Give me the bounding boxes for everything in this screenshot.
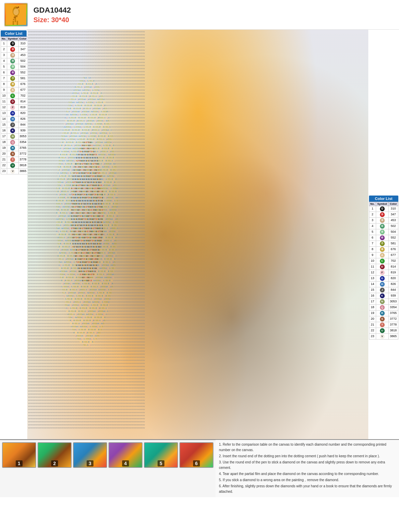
instruction-3: 3. Use the round end of the pen to stick… xyxy=(219,460,396,471)
thumbnail-num: 5 xyxy=(158,460,164,466)
color-symbol: D xyxy=(376,264,388,270)
color-code: 677 xyxy=(388,253,398,258)
color-no: 11 xyxy=(1,99,7,105)
color-row-15: 15J844 xyxy=(369,287,398,293)
product-thumbnail xyxy=(4,3,28,27)
color-row-6: 6⑥552 xyxy=(1,70,28,76)
color-no: 21 xyxy=(1,157,7,163)
color-no: 8 xyxy=(1,82,7,87)
thumbnail-2: 2 xyxy=(38,442,72,468)
color-code: 3778 xyxy=(388,322,398,328)
col-header-symbol: Symbol xyxy=(7,37,18,41)
color-row-11: 11D814 xyxy=(369,264,398,270)
color-no: 20 xyxy=(1,151,7,157)
color-code: 677 xyxy=(18,87,27,93)
color-row-13: 13G820 xyxy=(369,276,398,282)
svg-rect-3 xyxy=(13,21,14,25)
color-row-22: 22U3818 xyxy=(1,163,28,169)
col-header-no: No. xyxy=(1,37,7,41)
color-no: 4 xyxy=(1,58,7,64)
svg-point-7 xyxy=(16,7,18,9)
main-content: Color List No. Symbol Color 1①3102②3473③… xyxy=(0,30,399,439)
color-code: 820 xyxy=(18,111,27,116)
color-no: 15 xyxy=(369,287,376,293)
color-symbol: Q xyxy=(376,305,388,311)
color-row-8: 8⑧676 xyxy=(369,247,398,253)
color-code: 310 xyxy=(388,206,398,212)
color-table-left: No. Symbol Color 1①3102②3473③4534④5025⑤5… xyxy=(1,37,28,174)
color-symbol: ② xyxy=(376,212,388,218)
color-code: 826 xyxy=(388,282,398,287)
color-no: 14 xyxy=(1,116,7,122)
color-code: 453 xyxy=(18,53,27,58)
bottom-section: 123456 1. Refer to the comparison table … xyxy=(0,439,399,497)
color-symbol: R xyxy=(7,145,18,151)
color-code: 3765 xyxy=(388,311,398,316)
header: GDA10442 Size: 30*40 xyxy=(0,0,399,30)
color-no: 23 xyxy=(369,334,376,340)
color-symbol: ⑥ xyxy=(376,235,388,241)
color-row-17: 17N3053 xyxy=(1,134,28,140)
color-code: 552 xyxy=(388,235,398,241)
instruction-2: 2. Insert the round end of the dotting p… xyxy=(219,454,396,459)
color-code: 504 xyxy=(388,229,398,235)
color-symbol: ③ xyxy=(376,218,388,224)
thumbnail-num: 1 xyxy=(16,460,23,466)
color-symbol: A xyxy=(7,87,18,93)
color-row-3: 3③453 xyxy=(1,53,28,58)
product-info: GDA10442 Size: 30*40 xyxy=(33,6,71,24)
color-no: 3 xyxy=(369,218,376,224)
color-row-20: 20S3772 xyxy=(369,316,398,322)
color-symbol: V xyxy=(376,334,388,340)
color-no: 20 xyxy=(369,316,376,322)
color-symbol: H xyxy=(376,282,388,287)
color-code: 844 xyxy=(18,122,27,128)
color-symbol: U xyxy=(7,163,18,169)
color-row-6: 6⑥552 xyxy=(369,235,398,241)
color-symbol: N xyxy=(7,134,18,140)
color-row-12: 12F819 xyxy=(369,270,398,276)
color-code: 939 xyxy=(388,293,398,299)
color-row-14: 14H826 xyxy=(1,116,28,122)
color-no: 22 xyxy=(369,328,376,334)
color-no: 21 xyxy=(369,322,376,328)
color-symbol: F xyxy=(376,270,388,276)
color-row-5: 5⑤504 xyxy=(1,64,28,70)
svg-point-11 xyxy=(13,19,14,20)
color-symbol: R xyxy=(376,311,388,316)
instruction-6: 6. After finishing, slightly press down … xyxy=(219,484,396,494)
svg-point-9 xyxy=(14,16,16,18)
color-symbol: T xyxy=(7,157,18,163)
color-row-8: 8⑧676 xyxy=(1,82,28,87)
color-row-21: 21T3778 xyxy=(1,157,28,163)
color-code: 3053 xyxy=(18,134,27,140)
col-header-sym-r: Symbol xyxy=(376,202,388,206)
svg-rect-4 xyxy=(17,21,18,25)
col-header-color: Color xyxy=(18,37,27,41)
color-code: 552 xyxy=(18,70,27,76)
color-symbol: ⑦ xyxy=(7,76,18,82)
color-code: 820 xyxy=(388,276,398,282)
col-header-col-r: Color xyxy=(388,202,398,206)
color-code: 939 xyxy=(18,128,27,134)
color-code: 3354 xyxy=(18,140,27,145)
color-no: 23 xyxy=(1,169,7,174)
color-symbol: ① xyxy=(7,41,18,47)
color-row-18: 18Q3354 xyxy=(1,140,28,145)
color-row-21: 21T3778 xyxy=(369,322,398,328)
color-code: 3772 xyxy=(388,316,398,322)
thumbnail-1: 1 xyxy=(2,442,36,468)
color-row-22: 22U3818 xyxy=(369,328,398,334)
svg-point-6 xyxy=(13,9,19,15)
svg-rect-2 xyxy=(15,15,16,22)
color-list-title-right: Color List xyxy=(369,196,398,202)
color-no: 1 xyxy=(369,206,376,212)
color-no: 12 xyxy=(1,105,7,111)
color-no: 5 xyxy=(369,229,376,235)
color-symbol: ⑧ xyxy=(7,82,18,87)
color-symbol: ④ xyxy=(7,58,18,64)
color-code: 347 xyxy=(388,212,398,218)
thumbnail-num: 2 xyxy=(51,460,58,466)
thumbnail-5: 5 xyxy=(144,442,178,468)
color-symbol: ⑤ xyxy=(7,64,18,70)
